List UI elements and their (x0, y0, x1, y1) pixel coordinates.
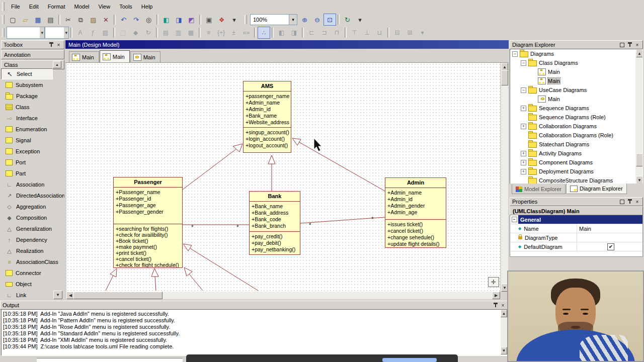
palette-button[interactable]: ❖ (215, 14, 228, 26)
tree-toggle-icon[interactable] (521, 60, 526, 66)
uml-attribute[interactable]: +Admin_id (387, 196, 446, 203)
close-icon[interactable]: × (634, 199, 640, 205)
toolbox-item[interactable]: Select (1, 68, 53, 79)
tree-item[interactable]: Collaboration Diagrams (Role) (510, 131, 642, 140)
uml-attribute[interactable]: +Admin_name (387, 190, 446, 196)
toolbox-item[interactable]: Dependency (1, 234, 64, 245)
canvas-horizontal-scrollbar[interactable]: ◀ ▶ (66, 292, 500, 299)
properties-section-general[interactable]: − General (510, 215, 642, 224)
tree-item[interactable]: Statechart Diagrams (510, 140, 642, 149)
pin-icon[interactable] (626, 199, 633, 205)
menu-item[interactable]: Edit (25, 2, 43, 12)
find-button[interactable]: ◎ (142, 14, 155, 26)
font-face-combo[interactable] (7, 27, 45, 39)
same-size-button[interactable]: ⊔ (373, 27, 386, 39)
stereotype-display-button[interactable]: ≡ (202, 27, 215, 39)
scroll-up-icon[interactable]: ▲ (501, 310, 507, 317)
tree-toggle-icon[interactable] (521, 160, 526, 165)
uml-attribute[interactable]: +Admin_id (246, 106, 291, 113)
tree-item[interactable]: Main (510, 67, 642, 76)
horizontal-scroll-thumb[interactable] (73, 292, 163, 299)
close-icon[interactable]: × (634, 42, 640, 48)
uml-operation[interactable]: +login_account() (246, 136, 291, 142)
toolbar-overflow-button[interactable]: ▾ (354, 14, 366, 26)
suppress-attributes-button[interactable]: ▤ (159, 27, 172, 39)
select-style-button[interactable]: ⬚ (117, 27, 129, 39)
menu-item[interactable]: Help (137, 2, 157, 12)
font-style-button[interactable]: ƒ (87, 27, 99, 39)
uml-operation[interactable]: +update flight details() (387, 241, 446, 247)
uml-attribute[interactable]: +Passenger_id (116, 196, 182, 202)
uml-attribute[interactable]: +Bank_name (246, 113, 291, 119)
align-right-button[interactable]: ⊐ (318, 27, 331, 39)
toolbox-item[interactable]: Class (1, 102, 64, 113)
uml-attribute[interactable]: +Bank_address (252, 210, 300, 216)
menu-item[interactable]: Tools (115, 2, 137, 12)
uml-operation[interactable]: +cancel ticket() (116, 256, 182, 262)
uml-operation[interactable]: +pay_credit() (252, 233, 300, 240)
tab-diagram-explorer[interactable]: Diagram Explorer (566, 184, 627, 194)
copy-button[interactable]: ⧉ (74, 14, 87, 26)
save-button[interactable]: ▦ (32, 14, 44, 26)
default-diagram-checkbox[interactable]: ✔ (607, 243, 614, 250)
uml-operation[interactable]: +check for flight schedule() (116, 262, 182, 267)
font-size-combo[interactable] (45, 27, 69, 39)
scroll-down-icon[interactable]: ▼ (501, 347, 507, 354)
uml-attribute[interactable]: +passenger_name (246, 93, 291, 100)
delete-button[interactable]: ✕ (100, 14, 112, 26)
show-property-button[interactable]: ± (227, 27, 240, 39)
diagram-canvas[interactable]: * * * * AMS +passenger_name+Admin_name+A… (66, 63, 500, 292)
redo-button[interactable]: ↷ (130, 14, 142, 26)
font-color-button[interactable]: A (74, 27, 87, 39)
toolbox-item[interactable]: Subsystem (1, 79, 64, 90)
open-button[interactable]: ▱ (19, 14, 32, 26)
zoom-region-button[interactable]: ⊡ (324, 14, 336, 26)
tree-item[interactable]: Component Diagrams (510, 158, 642, 167)
suppress-operations-button[interactable]: ▥ (172, 27, 185, 39)
zoom-in-button[interactable]: ⊕ (298, 14, 311, 26)
uml-attribute[interactable]: +Admin_age (387, 209, 446, 216)
tree-item[interactable]: Class Diagrams (510, 58, 642, 67)
menubar-grip[interactable] (2, 2, 5, 11)
fill-color-button[interactable]: ▨ (99, 27, 112, 39)
tree-item[interactable]: UseCase Diagrams (510, 85, 642, 95)
auto-layout-button[interactable]: ∴ (258, 27, 270, 39)
toolbar-overflow-button[interactable]: ▾ (416, 27, 429, 39)
space-horizontal-button[interactable]: ⊟ (391, 27, 404, 39)
xmi-button[interactable]: ▣ (203, 14, 215, 26)
tree-item[interactable]: Main (510, 95, 642, 104)
scroll-down-icon[interactable]: ▼ (636, 176, 643, 184)
property-row-defaultdiagram[interactable]: ◆ DefaultDiagram ✔ (510, 242, 642, 251)
uml-operation[interactable]: +searching for flights() (116, 226, 182, 232)
uml-attribute[interactable]: +Admin_name (246, 100, 291, 106)
uml-operation[interactable]: +logout_account() (246, 142, 291, 149)
uml-operation[interactable]: +pay_debit() (252, 240, 300, 246)
tab-model-explorer[interactable]: Model Explorer (512, 185, 566, 194)
ungroup-button[interactable]: ◨ (288, 27, 300, 39)
toolbox-item[interactable]: Package (1, 90, 64, 102)
toolbox-item[interactable]: Part (1, 168, 64, 179)
refresh-button[interactable]: ↻ (341, 14, 354, 26)
uml-class-ams[interactable]: AMS +passenger_name+Admin_name+Admin_id+… (243, 81, 291, 153)
undo-button[interactable]: ↶ (117, 14, 130, 26)
uml-operation[interactable]: +Book ticket() (116, 238, 182, 244)
menu-item[interactable]: Format (43, 2, 70, 12)
tree-item[interactable]: Collaboration Diagrams (510, 122, 642, 131)
close-icon[interactable]: × (55, 42, 62, 48)
property-value[interactable]: Main (577, 226, 642, 232)
close-icon[interactable]: × (500, 302, 506, 309)
scroll-up-icon[interactable]: ▲ (501, 63, 508, 71)
toolbox-item[interactable]: Realization (1, 245, 64, 256)
uml-class-bank[interactable]: Bank +Bank_name+Bank_address+Bank_code+B… (249, 191, 300, 255)
tree-item[interactable]: Diagrams (510, 49, 642, 58)
overlay-profile-button[interactable]: ◩ (185, 14, 198, 26)
print-button[interactable]: ▤ (44, 14, 57, 26)
tree-item[interactable]: Main (510, 76, 642, 85)
uml-class-passenger[interactable]: Passenger +Passenger_name+Passenger_id+P… (113, 177, 183, 268)
tab-main-usecase[interactable]: Main (130, 51, 160, 62)
toolbox-item[interactable]: AssociationClass (1, 256, 64, 267)
menu-item[interactable]: File (7, 2, 25, 12)
uml-attribute[interactable]: +Bank_name (252, 203, 300, 210)
paste-button[interactable]: ▨ (87, 14, 100, 26)
tree-item[interactable]: Sequence Diagrams (510, 104, 642, 113)
